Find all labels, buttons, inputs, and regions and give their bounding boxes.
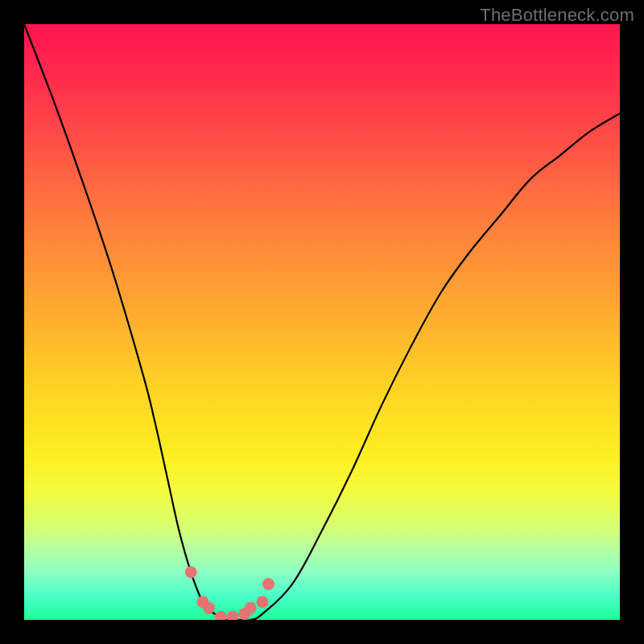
plot-area bbox=[24, 24, 620, 620]
bottleneck-curve bbox=[24, 24, 620, 620]
chart-svg bbox=[24, 24, 620, 620]
marker-point bbox=[245, 602, 257, 614]
marker-point bbox=[227, 611, 239, 620]
curve-path bbox=[24, 24, 620, 620]
chart-frame: TheBottleneck.com bbox=[0, 0, 644, 644]
watermark-text: TheBottleneck.com bbox=[480, 5, 634, 26]
marker-point bbox=[215, 611, 227, 620]
marker-point bbox=[257, 596, 269, 608]
marker-point bbox=[203, 602, 215, 614]
marker-point bbox=[185, 566, 197, 578]
marker-point bbox=[262, 578, 275, 590]
